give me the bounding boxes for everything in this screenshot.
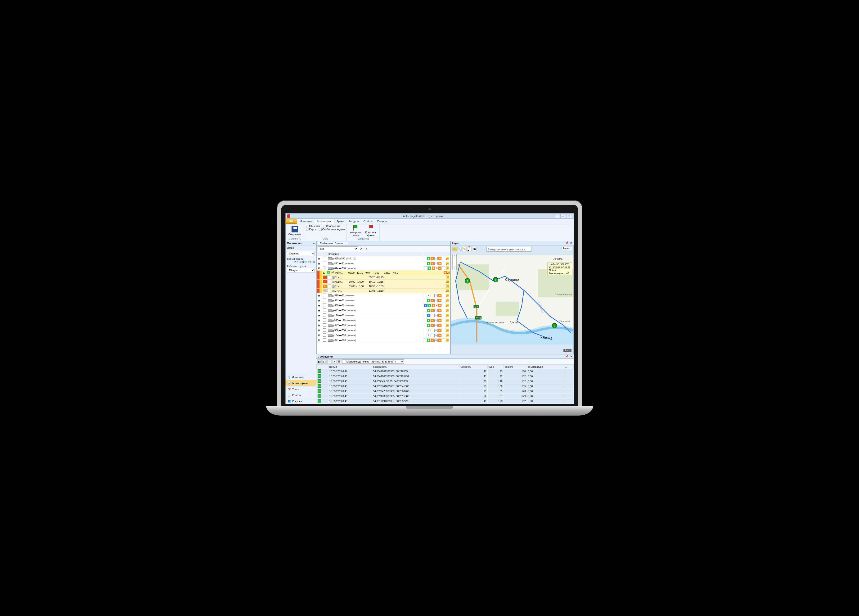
object-row[interactable]: ⊞ у366■■750 (■■■■■) P ⤨ ➡ 🚚 [317,328,450,333]
msg-col[interactable]: ... [564,365,573,369]
row-checkbox[interactable] [322,293,327,298]
stop-checkbox[interactable] [328,280,331,283]
workgroup-select[interactable]: Общая [287,268,315,272]
col-name[interactable]: Название [327,252,424,256]
row-checkbox[interactable] [322,298,327,303]
nav-reports[interactable]: 📄Отчёты [286,392,316,398]
maximize-button[interactable]: ❐ [560,214,566,218]
message-row[interactable]: 18.03.2019 8:44 54,8542809333333; 38,246… [316,369,573,374]
object-row[interactable]: ⊞ к040■■190 (■■■■■) ▮▮ ⤨ ➡ 🚚 [317,318,450,323]
msg-col[interactable]: Координаты [372,365,459,369]
msg-tool-1[interactable]: ◧ [317,360,322,364]
zoom-slider[interactable] [453,257,456,267]
message-row[interactable]: 18.03.2019 8:45 54,8541808333333; 38,249… [316,374,573,379]
save-button[interactable]: Сохранить [287,225,303,236]
map-search-input[interactable] [486,247,531,252]
trip-stop-row[interactable]: 1 🏢 Ступ... 09:20 - 09:25 🚚 [317,275,450,280]
message-row[interactable]: 18.03.2019 8:46 54,8521783333333; 38,261… [316,394,573,399]
trip-stop-row[interactable]: 2 🏢 Каши... 10:00 - 14:00 10:10 - 10:15 … [317,280,450,284]
msg-tool-arrow[interactable]: ➤ [332,360,337,364]
tab-tracks[interactable]: Треки [334,219,346,224]
map-zoom-tool[interactable]: 🔍 [457,247,462,251]
expand-toggle[interactable]: ⊞ [317,303,322,307]
msg-col[interactable] [316,365,328,369]
tab-reports[interactable]: Отчёты [361,219,375,224]
stop-checkbox[interactable] [328,275,331,279]
tab-logistics[interactable]: Логистика [298,219,315,224]
msg-col[interactable]: Время [328,365,372,369]
close-tab-icon[interactable]: × [344,242,346,245]
row-checkbox[interactable] [322,318,327,323]
row-checkbox[interactable] [322,328,327,333]
map-pin-tool[interactable]: 📍▾ [467,247,472,251]
message-row[interactable]: 18.03.2019 8:45 54,853545; 38,2516408333… [316,379,573,384]
expand-toggle[interactable]: ⊞ [317,308,322,312]
messages-grid[interactable]: ВремяКоординатыСкоростьКурсВысотаТемпера… [316,364,574,404]
chk-map[interactable]: Карта [306,228,316,231]
expand-toggle[interactable]: ⊞ [317,319,322,322]
object-row[interactable]: ⊞ н915кв750 (382111) ▮▮ ⤨ ➡ 🚚 [317,256,450,261]
row-checkbox[interactable]: ✓ [322,266,327,270]
msg-col[interactable]: Высота [503,365,527,369]
map-layers-tool[interactable]: ⊞▾ [472,247,476,251]
refresh-button[interactable]: ⟳ [359,247,363,251]
row-checkbox[interactable] [322,338,327,342]
object-row[interactable]: ⊞ а134■■750 (■■■■■) P ⤨ ➡ 🚚 [317,333,450,338]
msg-tool-2[interactable]: ▢ [322,360,326,364]
expand-toggle[interactable]: ⊞ [317,324,322,327]
expand-toggle[interactable]: ⊞ [317,261,322,265]
map-ruler-tool[interactable]: 📏 [462,247,467,251]
trip-collapse[interactable]: ⊟ [322,271,326,274]
message-row[interactable]: 18.03.2019 8:46 54,849335; 38,2639333333… [316,404,573,404]
messages-close-icon[interactable]: ✕ [570,355,572,358]
objects-filter-select[interactable]: Все [318,246,358,251]
msg-col[interactable]: Температура [527,365,564,369]
office-header[interactable]: Офис˄ [286,245,316,250]
messages-source-select[interactable]: Показания датчиков - х644но750 (386497) [342,360,404,364]
object-row[interactable]: ⊞ о895■■50 (■■■■■) P ⤨ ➡ 🚚 [317,293,450,298]
stop-checkbox[interactable] [328,285,331,288]
map-canvas[interactable]: ✋ 🔍 📏 📍▾ ⊞▾ + − [451,245,574,354]
object-row[interactable]: ⊞ а120■■50 (■■■■■) P ⤨ ➡ 🚚 [317,313,450,318]
msg-tool-pencil[interactable]: ✎ [327,360,331,364]
pin-icon[interactable]: 📌 [565,355,569,358]
objects-rows[interactable]: ⊞ н915кв750 (382111) ▮▮ ⤨ ➡ 🚚 ⊞ с477■■50… [317,256,450,354]
map-close-icon[interactable]: ✕ [570,241,572,244]
pin-icon[interactable]: 📌 [565,241,569,244]
office-select[interactable]: Ступино [287,251,315,256]
file-menu-button[interactable] [286,219,297,224]
nav-monitoring[interactable]: 📊Мониторинг [286,380,316,386]
row-checkbox[interactable] [322,303,327,308]
msg-col[interactable]: Скорость [459,365,487,369]
chk-free-tasks[interactable]: Свободные задачи [319,228,345,231]
expand-toggle[interactable]: ⊞ [317,313,322,317]
trip-stop-row[interactable]: 3 🏢 Ступ... 09:00 - 18:00 10:50 - 10:55 … [317,284,450,289]
object-row[interactable]: ⊞ о465■■50 (■■■■■) P▮▮ ✕ ➡ 🚚 [317,303,450,308]
mobile-objects-tab[interactable]: Мобильные объекты× [318,242,348,245]
chevron-left-icon[interactable]: « [313,242,314,244]
tab-help[interactable]: Помощь [375,219,390,224]
msg-tool-doc[interactable]: 🗎 [337,360,342,364]
control-plan-button[interactable]: Контроль плана [348,224,362,237]
object-row[interactable]: ⊞ с477■■50 (■■■■■) ▮▮ ⤨ ➡ 🚚 [317,261,450,266]
expand-toggle[interactable]: ⊞ [317,294,322,297]
message-row[interactable]: 18.03.2019 8:46 54,8517291666667; 38,263… [316,399,573,404]
expand-toggle[interactable]: ⊞ [317,333,322,337]
object-row[interactable]: ⊞ е041■■190 (■■■■■) ▮▮ ⤨ ➡ 🚚 [317,338,450,343]
chk-messages[interactable]: Сообщения [323,224,340,228]
tab-monitoring[interactable]: Мониторинг [315,219,334,224]
map-provider-badge[interactable]: Яндекс [562,247,572,250]
trip-checkbox[interactable]: ✓ [327,271,330,274]
eye-toggle-button[interactable]: 👁 [364,247,368,251]
message-row[interactable]: 18.03.2019 8:45 54,8526741666667; 38,254… [316,384,573,389]
minimize-button[interactable]: — [554,214,560,218]
close-button[interactable]: ✕ [567,214,572,218]
message-row[interactable]: 18.03.2019 8:45 54,8522478333333; 38,258… [316,389,573,394]
trip-stop-row[interactable]: 4 🏢 Ступ... 11:05 - 11:10 🚚 [317,289,450,293]
zoom-out-button[interactable]: − [453,267,456,270]
object-row[interactable]: ⊟ ✓ х644■■750 (■■■■■) ▮▮ ✕ ➡ 🚚 [317,266,450,270]
object-row[interactable]: ⊞ а412■■50 (■■■■■) ▮▮ ⤨ ➡ 🚚 [317,298,450,303]
expand-toggle[interactable]: ⊞ [317,299,322,302]
expand-toggle[interactable]: ⊞ [317,328,322,332]
expand-toggle[interactable]: ⊟ [317,266,322,270]
